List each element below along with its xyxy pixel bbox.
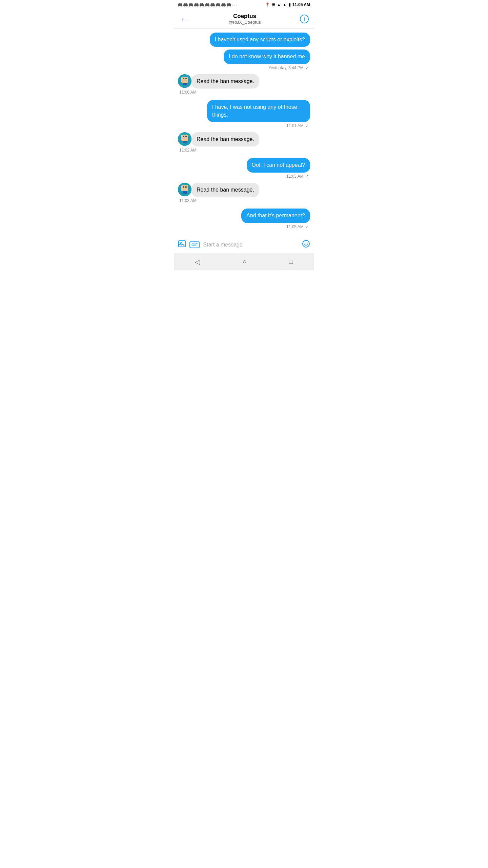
incoming-content-3: Read the ban message. [191, 183, 259, 197]
svg-point-6 [178, 132, 191, 146]
timestamp-outgoing-2: Yesterday, 3:44 PM ✓ [268, 65, 309, 70]
incoming-content-2: Read the ban message. [191, 132, 259, 146]
message-group-outgoing-3: I have, I was not using any of those thi… [178, 100, 310, 131]
svg-point-9 [183, 136, 185, 138]
incoming-row-2: Read the ban message. [178, 132, 310, 146]
recent-nav-button[interactable]: □ [282, 256, 300, 268]
message-group-outgoing-2: I do not know why it banned me Yesterday… [178, 50, 310, 73]
message-bubble-outgoing-3: I have, I was not using any of those thi… [207, 100, 310, 122]
checkmark-outgoing-3: ✓ [305, 123, 309, 128]
signal-icon: ▲ [283, 2, 287, 7]
svg-rect-14 [182, 186, 187, 191]
message-bubble-outgoing-1: I haven't used any scripts or exploits? [210, 33, 310, 47]
battery-icon: ▮ [288, 2, 291, 7]
contact-name: Coeptus [228, 13, 261, 20]
incoming-row-3: Read the ban message. [178, 183, 310, 197]
wifi-icon: ▲ [277, 2, 281, 7]
svg-point-4 [185, 78, 187, 80]
message-bubble-incoming-2: Read the ban message. [191, 132, 259, 146]
svg-rect-13 [183, 190, 187, 194]
emoji-button[interactable] [302, 240, 310, 250]
message-bubble-outgoing-2: I do not know why it banned me [224, 50, 310, 64]
info-button[interactable]: i [300, 15, 309, 23]
bluetooth-icon: ✳ [272, 2, 275, 7]
incoming-row-1: Read the ban message. [178, 74, 310, 88]
status-bar: ··· 📍 ✳ ▲ ▲ ▮ 11:05 AM [174, 0, 314, 9]
discord-icons: ··· [178, 2, 238, 7]
checkmark-outgoing-4: ✓ [305, 174, 309, 179]
message-bubble-incoming-3: Read the ban message. [191, 183, 259, 197]
checkmark-outgoing-5: ✓ [305, 224, 309, 229]
svg-point-20 [303, 240, 309, 247]
message-group-outgoing-4: Oof, I can not appeal? 11:03 AM ✓ [178, 158, 310, 181]
gif-button[interactable]: GIF [189, 241, 200, 248]
checkmark-outgoing-2: ✓ [305, 65, 309, 70]
svg-rect-7 [183, 139, 187, 143]
avatar-3 [178, 183, 191, 196]
svg-point-0 [178, 74, 191, 88]
svg-point-10 [185, 136, 187, 138]
svg-rect-2 [182, 77, 187, 82]
message-group-outgoing-5: And that it's permanent? 11:05 AM ✓ [178, 209, 310, 232]
location-icon: 📍 [265, 2, 270, 7]
timestamp-incoming-2: 11:02 AM [179, 148, 310, 153]
svg-rect-11 [183, 139, 186, 140]
chat-header: ← Coeptus @RBX_Coeptus i [174, 9, 314, 28]
contact-handle: @RBX_Coeptus [228, 20, 261, 25]
svg-rect-17 [183, 190, 186, 190]
svg-point-15 [183, 187, 185, 189]
timestamp-outgoing-4: 11:03 AM ✓ [286, 174, 309, 179]
home-nav-button[interactable]: ○ [236, 256, 253, 268]
timestamp-incoming-3: 11:03 AM [179, 198, 310, 203]
svg-rect-5 [183, 81, 186, 82]
message-bubble-outgoing-5: And that it's permanent? [241, 209, 310, 223]
message-group-outgoing-1: I haven't used any scripts or exploits? [178, 33, 310, 48]
status-bar-left: ··· [178, 2, 238, 7]
svg-point-21 [305, 242, 306, 243]
message-input[interactable] [203, 242, 299, 248]
chat-area: I haven't used any scripts or exploits? … [174, 28, 314, 236]
svg-rect-8 [182, 135, 187, 140]
avatar-2 [178, 132, 191, 146]
timestamp-outgoing-3: 11:01 AM ✓ [286, 123, 309, 128]
time-display: 11:05 AM [292, 2, 310, 7]
svg-point-22 [307, 242, 308, 243]
back-button[interactable]: ← [179, 13, 189, 25]
message-group-incoming-2: Read the ban message. 11:02 AM [178, 132, 310, 153]
svg-rect-1 [183, 81, 187, 85]
status-bar-right: 📍 ✳ ▲ ▲ ▮ 11:05 AM [265, 2, 310, 7]
message-group-incoming-1: Read the ban message. 11:00 AM [178, 74, 310, 95]
header-contact-info: Coeptus @RBX_Coeptus [228, 13, 261, 25]
timestamp-incoming-1: 11:00 AM [179, 90, 310, 95]
image-picker-button[interactable] [178, 240, 186, 250]
message-bubble-outgoing-4: Oof, I can not appeal? [247, 158, 310, 172]
overflow-dots: ··· [232, 2, 238, 7]
incoming-content-1: Read the ban message. [191, 74, 259, 88]
bottom-nav-bar: ◁ ○ □ [174, 253, 314, 270]
svg-point-3 [183, 78, 185, 80]
svg-point-16 [185, 187, 187, 189]
svg-point-12 [178, 183, 191, 196]
message-group-incoming-3: Read the ban message. 11:03 AM [178, 183, 310, 203]
svg-rect-18 [179, 241, 185, 247]
back-nav-button[interactable]: ◁ [188, 256, 207, 268]
message-bubble-incoming-1: Read the ban message. [191, 74, 259, 88]
svg-point-19 [180, 242, 181, 243]
message-input-area: GIF [174, 236, 314, 253]
avatar-1 [178, 74, 191, 88]
timestamp-outgoing-5: 11:05 AM ✓ [286, 224, 309, 229]
